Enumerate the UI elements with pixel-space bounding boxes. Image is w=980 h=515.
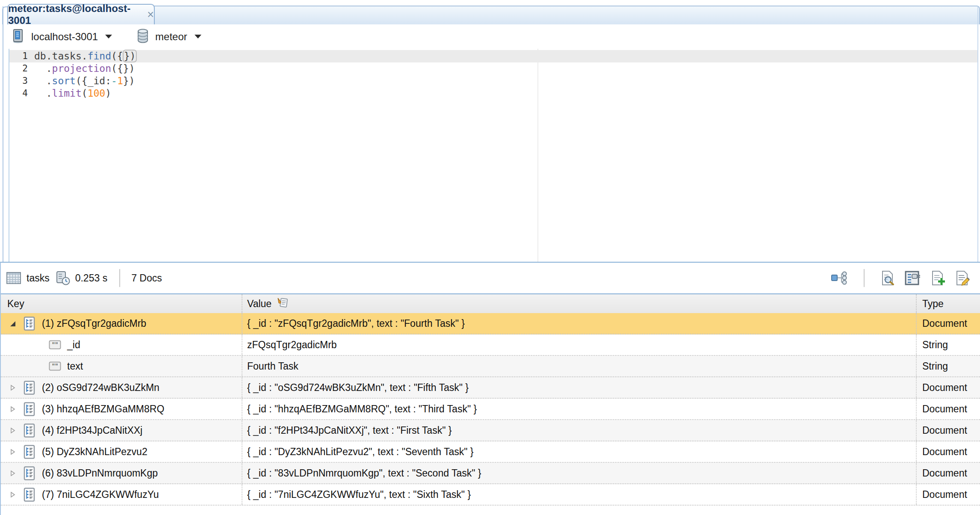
type-label: Document bbox=[922, 318, 967, 329]
database-name: meteor bbox=[155, 31, 187, 43]
value-cell: { _id : "DyZ3kNAhLitPezvu2", text : "Sev… bbox=[242, 441, 917, 462]
code-token: ({}) bbox=[111, 63, 135, 74]
collapse-arrow-icon[interactable] bbox=[9, 320, 19, 328]
table-row[interactable]: (4) f2HPt34JpCaNitXXj{ _id : "f2HPt34JpC… bbox=[1, 420, 980, 441]
code-line-text: .projection({}) bbox=[34, 62, 135, 75]
tab-meteor-tasks[interactable]: meteor:tasks@localhost-3001 × bbox=[7, 4, 155, 24]
code-token: }) bbox=[123, 75, 135, 86]
value-cell: { _id : "83vLDPnNmrquomKgp", text : "Sec… bbox=[242, 463, 917, 483]
expand-arrow-icon[interactable] bbox=[9, 384, 19, 392]
column-header-value[interactable]: Value bbox=[242, 294, 917, 313]
expand-arrow-icon[interactable] bbox=[9, 405, 19, 413]
type-label: Document bbox=[922, 425, 967, 436]
edit-document-icon[interactable] bbox=[955, 270, 971, 286]
table-grid-icon bbox=[6, 271, 21, 285]
value-cell: { _id : "hhzqAEfBZMGaMM8RQ", text : "Thi… bbox=[242, 399, 917, 419]
pane-border-left bbox=[3, 6, 3, 262]
type-cell: Document bbox=[917, 484, 980, 505]
value-label: { _id : "7niLGC4ZGKWWfuzYu", text : "Six… bbox=[247, 489, 471, 500]
database-selector[interactable]: meteor bbox=[133, 27, 204, 47]
type-cell: Document bbox=[917, 420, 980, 441]
type-label: Document bbox=[922, 403, 967, 415]
notepad-pencil-icon bbox=[277, 297, 288, 311]
document-icon bbox=[23, 381, 36, 395]
chevron-down-icon bbox=[105, 35, 112, 38]
svg-text:"": "" bbox=[52, 362, 58, 370]
connection-name: localhost-3001 bbox=[31, 31, 98, 43]
key-cell: (6) 83vLDPnNmrquomKgp bbox=[1, 463, 242, 483]
code-token: db.tasks. bbox=[34, 50, 88, 62]
table-mode-icon[interactable] bbox=[905, 270, 921, 286]
query-editor[interactable]: 1db.tasks.find({})2 .projection({})3 .so… bbox=[0, 49, 980, 262]
column-header-key[interactable]: Key bbox=[1, 294, 242, 313]
table-row[interactable]: ""_idzFQsqTgr2gadicMrbString bbox=[1, 334, 980, 356]
code-token: ({_id: bbox=[76, 75, 111, 86]
string-icon: "" bbox=[49, 340, 61, 350]
value-cell: zFQsqTgr2gadicMrb bbox=[242, 334, 917, 355]
type-label: Document bbox=[922, 382, 967, 394]
table-row[interactable]: ""textFourth TaskString bbox=[1, 356, 980, 377]
value-label: { _id : "83vLDPnNmrquomKgp", text : "Sec… bbox=[247, 468, 481, 479]
editor-line[interactable]: 3 .sort({_id:-1}) bbox=[9, 75, 977, 87]
value-label: { _id : "hhzqAEfBZMGaMM8RQ", text : "Thi… bbox=[247, 403, 477, 415]
expand-arrow-icon[interactable] bbox=[9, 426, 19, 435]
document-icon bbox=[23, 317, 36, 331]
query-time-icon bbox=[56, 271, 70, 285]
code-token: 100 bbox=[88, 88, 106, 99]
document-icon bbox=[23, 445, 36, 459]
key-label: _id bbox=[67, 339, 80, 351]
code-token: 1 bbox=[117, 75, 123, 86]
key-cell: (5) DyZ3kNAhLitPezvu2 bbox=[1, 441, 242, 462]
database-icon bbox=[136, 29, 150, 45]
string-icon: "" bbox=[49, 361, 61, 372]
key-label: (1) zFQsqTgr2gadicMrb bbox=[42, 318, 146, 329]
line-number: 1 bbox=[9, 50, 34, 62]
tree-mode-icon[interactable] bbox=[830, 270, 848, 286]
document-icon bbox=[23, 488, 36, 502]
tab-bar-filler bbox=[153, 6, 980, 24]
view-document-icon[interactable] bbox=[880, 270, 895, 286]
code-token: - bbox=[111, 75, 117, 86]
chevron-down-icon bbox=[195, 35, 201, 38]
expand-arrow-icon[interactable] bbox=[9, 491, 19, 499]
table-row[interactable]: (1) zFQsqTgr2gadicMrb{ _id : "zFQsqTgr2g… bbox=[1, 313, 980, 334]
table-row[interactable]: (7) 7niLGC4ZGKWWfuzYu{ _id : "7niLGC4ZGK… bbox=[1, 484, 980, 506]
column-header-type[interactable]: Type bbox=[917, 294, 980, 313]
code-token: limit bbox=[52, 88, 82, 99]
tab-bar: meteor:tasks@localhost-3001 × bbox=[0, 0, 980, 24]
code-line-text: .limit(100) bbox=[34, 87, 111, 100]
code-token: sort bbox=[52, 75, 76, 86]
type-label: String bbox=[922, 339, 948, 351]
value-cell: { _id : "7niLGC4ZGKWWfuzYu", text : "Six… bbox=[242, 484, 917, 505]
key-label: (2) oSG9d724wBK3uZkMn bbox=[42, 382, 159, 394]
server-icon bbox=[11, 29, 26, 45]
table-row[interactable]: (2) oSG9d724wBK3uZkMn{ _id : "oSG9d724wB… bbox=[1, 377, 980, 399]
doc-count: 7 Docs bbox=[131, 272, 162, 284]
table-row[interactable]: (5) DyZ3kNAhLitPezvu2{ _id : "DyZ3kNAhLi… bbox=[1, 441, 980, 463]
type-cell: Document bbox=[917, 377, 980, 398]
editor-line[interactable]: 2 .projection({}) bbox=[9, 62, 977, 75]
editor-frame[interactable]: 1db.tasks.find({})2 .projection({})3 .so… bbox=[9, 49, 977, 262]
key-label: (6) 83vLDPnNmrquomKgp bbox=[42, 468, 158, 479]
result-mode-buttons bbox=[830, 269, 971, 287]
table-row[interactable]: (3) hhzqAEfBZMGaMM8RQ{ _id : "hhzqAEfBZM… bbox=[1, 399, 980, 420]
line-number: 3 bbox=[9, 75, 34, 87]
editor-line[interactable]: 1db.tasks.find({}) bbox=[9, 50, 977, 62]
key-label: (3) hhzqAEfBZMGaMM8RQ bbox=[42, 403, 164, 415]
collection-name: tasks bbox=[27, 272, 50, 284]
toolbar-divider bbox=[864, 269, 865, 287]
code-token: . bbox=[34, 88, 52, 99]
table-row[interactable]: (6) 83vLDPnNmrquomKgp{ _id : "83vLDPnNmr… bbox=[1, 463, 980, 484]
expand-arrow-icon[interactable] bbox=[9, 448, 19, 456]
type-label: String bbox=[922, 361, 948, 372]
tab-close-icon[interactable]: × bbox=[147, 9, 154, 21]
toolbar-divider bbox=[119, 269, 120, 287]
connection-selector[interactable]: localhost-3001 bbox=[9, 27, 115, 47]
insert-document-icon[interactable] bbox=[930, 270, 946, 286]
type-label: Document bbox=[922, 489, 967, 500]
key-label: (4) f2HPt34JpCaNitXXj bbox=[42, 425, 142, 436]
type-label: Document bbox=[922, 446, 967, 458]
editor-line[interactable]: 4 .limit(100) bbox=[9, 87, 977, 100]
document-icon bbox=[23, 466, 36, 480]
expand-arrow-icon[interactable] bbox=[9, 469, 19, 477]
